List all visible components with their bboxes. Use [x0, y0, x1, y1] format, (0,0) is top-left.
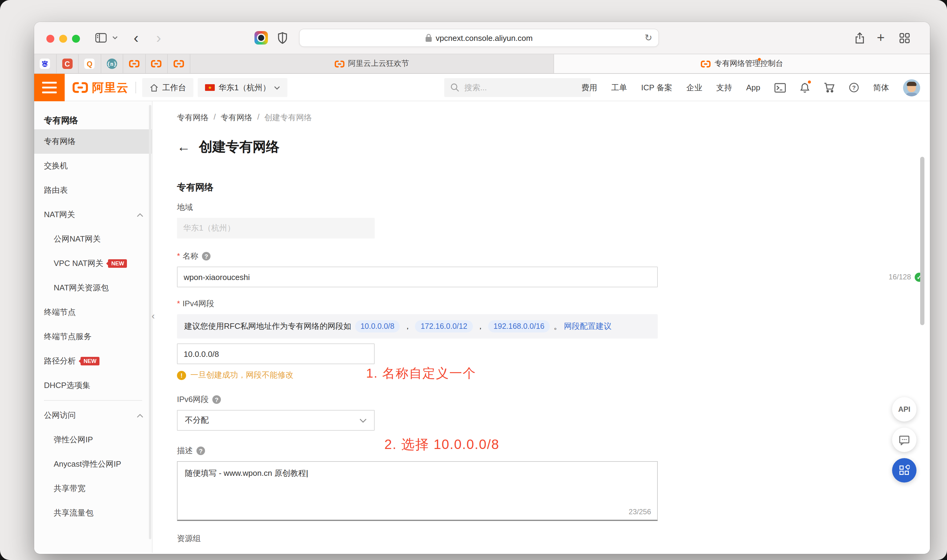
cart-icon[interactable] [824, 82, 835, 93]
pinned-tab-aliyun-2[interactable] [146, 54, 168, 73]
annotation-cidr: 2. 选择 10.0.0.0/8 [384, 435, 499, 454]
help-question-icon[interactable]: ? [197, 446, 205, 455]
ipv4-hint-box: 建议您使用RFC私网地址作为专有网络的网段如 10.0.0.0/8 ， 172.… [177, 314, 658, 338]
pinned-tab-baidu[interactable]: du [34, 54, 57, 73]
tab-title: 阿里云上云狂欢节 [348, 58, 409, 69]
nav-tickets[interactable]: 工单 [611, 82, 627, 93]
chevron-up-icon [137, 413, 143, 418]
sidebar-item-public-access[interactable]: 公网访问 [34, 403, 152, 428]
sidebar-item-vswitch[interactable]: 交换机 [34, 154, 152, 178]
address-bar[interactable]: vpcnext.console.aliyun.com ↻ [299, 29, 659, 47]
region-selector[interactable]: ★ 华东1（杭州） [198, 78, 287, 97]
cidr-option-1[interactable]: 10.0.0.0/8 [355, 320, 400, 332]
sidebar-item-route-table[interactable]: 路由表 [34, 178, 152, 203]
reload-icon[interactable]: ↻ [645, 32, 652, 43]
sidebar-item-eip[interactable]: 弹性公网IP [34, 428, 152, 452]
avatar[interactable] [903, 79, 920, 96]
csdn-icon: C [62, 58, 72, 69]
cidr-option-2[interactable]: 172.16.0.0/12 [415, 320, 473, 332]
description-textarea[interactable]: 随便填写 - www.wpon.cn 原创教程| 23/256 [177, 461, 658, 521]
nav-enterprise[interactable]: 企业 [687, 82, 702, 93]
share-icon[interactable] [855, 22, 865, 54]
sidebar-item-vpc[interactable]: 专有网络 [34, 129, 152, 154]
global-search[interactable] [444, 78, 591, 97]
sidebar-item-shared-traffic-pack[interactable]: 共享流量包 [34, 501, 152, 525]
pinned-tab-qa[interactable]: Q [79, 54, 101, 73]
desktop-background: ‹ › vpcnext.console.aliyun.com ↻ [0, 0, 947, 560]
nav-icp[interactable]: ICP 备案 [641, 82, 673, 93]
description-char-counter: 23/256 [629, 508, 651, 516]
pinned-tab-braces[interactable]: {n} [101, 54, 123, 73]
pinned-tab-aliyun-1[interactable] [123, 54, 146, 73]
sidebar-collapse-handle[interactable]: ‹ [149, 308, 157, 325]
search-input[interactable] [464, 83, 574, 92]
nav-app[interactable]: App [746, 83, 760, 92]
nav-billing[interactable]: 费用 [582, 82, 597, 93]
main-panel: 专有网络 / 专有网络 / 创建专有网络 ← 创建专有网络 专有网络 地域 名称 [152, 101, 930, 553]
baidu-icon: du [40, 58, 50, 69]
annotation-name: 1. 名称自定义一个 [366, 365, 476, 382]
sidebar-item-endpoint[interactable]: 终端节点 [34, 300, 152, 325]
new-tab-button[interactable]: + [877, 22, 885, 54]
cloudshell-icon[interactable] [774, 83, 786, 92]
help-icon[interactable]: ? [849, 82, 859, 93]
page-scrollbar[interactable] [920, 157, 924, 325]
sidebar-item-path-analysis[interactable]: 路径分析 NEW [34, 349, 152, 373]
sidebar-item-shared-bandwidth[interactable]: 共享带宽 [34, 477, 152, 501]
aliyun-logo-icon [129, 60, 140, 68]
cidr-option-3[interactable]: 192.168.0.0/16 [488, 320, 550, 332]
sidebar-item-endpoint-service[interactable]: 终端节点服务 [34, 325, 152, 349]
notifications-bell-icon[interactable] [800, 82, 810, 93]
name-input[interactable] [177, 266, 658, 287]
help-question-icon[interactable]: ? [202, 252, 211, 260]
screenshot-extension-icon[interactable] [254, 22, 268, 54]
sidebar-item-vpc-nat[interactable]: VPC NAT网关 NEW [34, 251, 152, 276]
ipv4-cidr-input[interactable] [177, 343, 375, 364]
console-header: 阿里云 工作台 ★ 华东1（杭州） [34, 74, 930, 101]
new-badge: NEW [108, 259, 127, 268]
apps-grid-floating-button[interactable] [892, 458, 916, 483]
close-window-button[interactable] [46, 35, 54, 43]
aliyun-logo[interactable]: 阿里云 [72, 74, 129, 101]
breadcrumb-current: 创建专有网络 [265, 112, 312, 123]
sidebar-chevron-icon[interactable] [112, 22, 118, 54]
cidr-suggestion-link[interactable]: 网段配置建议 [564, 321, 611, 332]
ipv6-label: IPv6网段 ? [177, 394, 930, 405]
chevron-up-icon [137, 212, 143, 217]
breadcrumb-vpc-1[interactable]: 专有网络 [177, 112, 209, 123]
hamburger-menu-button[interactable] [34, 74, 65, 101]
description-text: 随便填写 - www.wpon.cn 原创教程 [185, 469, 306, 478]
pinned-tab-aliyun-3[interactable] [168, 54, 190, 73]
shield-extension-icon[interactable] [277, 22, 288, 54]
minimize-window-button[interactable] [59, 35, 67, 43]
pinned-tab-csdn[interactable]: C [57, 54, 79, 73]
workbench-label: 工作台 [162, 82, 186, 93]
breadcrumb-vpc-2[interactable]: 专有网络 [220, 112, 252, 123]
grid-icon [899, 465, 910, 476]
feedback-floating-button[interactable] [892, 428, 916, 452]
notification-dot [808, 80, 811, 83]
tab-aliyun-festival[interactable]: 阿里云上云狂欢节 [190, 54, 554, 73]
sidebar-item-nat-resource-pack[interactable]: NAT网关资源包 [34, 276, 152, 300]
china-flag-icon: ★ [205, 84, 215, 91]
sidebar-item-dhcp[interactable]: DHCP选项集 [34, 373, 152, 398]
ipv6-select[interactable]: 不分配 [177, 410, 375, 431]
sidebar-item-anycast-eip[interactable]: Anycast弹性公网IP [34, 452, 152, 477]
q-pin-icon: Q [85, 58, 95, 69]
nav-support[interactable]: 支持 [716, 82, 732, 93]
api-floating-button[interactable]: API [892, 397, 916, 422]
zoom-window-button[interactable] [72, 35, 80, 43]
language-switcher[interactable]: 简体 [873, 82, 889, 93]
back-arrow-icon[interactable]: ← [177, 139, 190, 155]
tab-overview-icon[interactable] [899, 22, 910, 54]
forward-button[interactable]: › [156, 22, 161, 54]
sidebar-item-nat-gateway[interactable]: NAT网关 [34, 203, 152, 227]
aliyun-logo-icon [72, 82, 88, 93]
sidebar-toggle-icon[interactable] [95, 22, 107, 54]
workbench-button[interactable]: 工作台 [142, 78, 193, 97]
sidebar-item-public-nat[interactable]: 公网NAT网关 [34, 227, 152, 251]
sidebar: 专有网络 专有网络 交换机 路由表 NAT网关 公网NAT网关 VPC NAT网… [34, 101, 152, 553]
back-button[interactable]: ‹ [134, 22, 139, 54]
tab-vpc-console[interactable]: 专有网络管理控制台 [554, 54, 930, 73]
help-question-icon[interactable]: ? [212, 395, 221, 404]
